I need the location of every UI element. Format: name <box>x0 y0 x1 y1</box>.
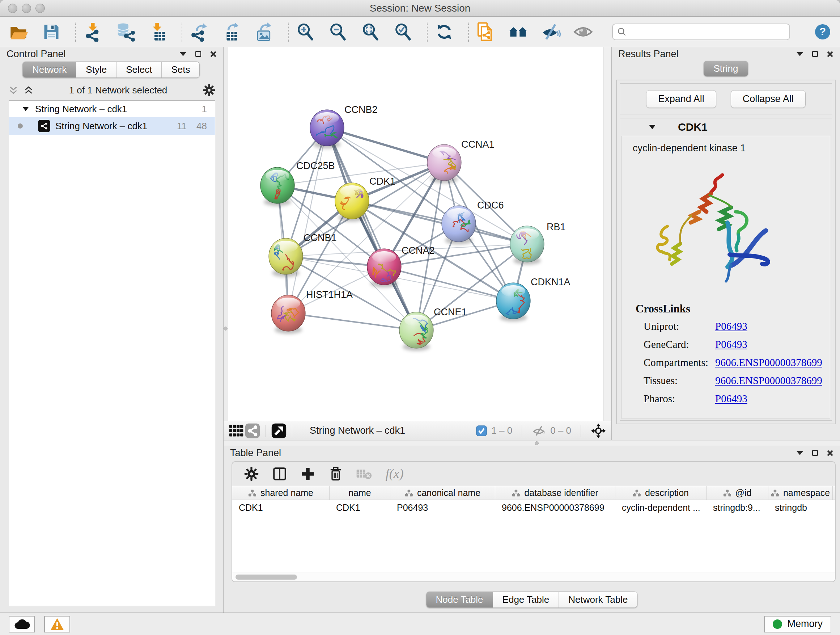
disclosure-triangle-icon[interactable] <box>649 125 655 129</box>
open-session-button[interactable] <box>9 21 29 42</box>
birdseye-view-icon[interactable] <box>271 423 287 439</box>
right-splitter[interactable] <box>603 47 611 421</box>
zoom-in-button[interactable] <box>295 21 316 42</box>
horizontal-splitter[interactable] <box>224 440 840 446</box>
cloud-status-button[interactable] <box>9 616 35 632</box>
tab-select[interactable]: Select <box>117 62 162 78</box>
tab-edge-table[interactable]: Edge Table <box>493 592 559 608</box>
network-row-selected[interactable]: String Network – cdk1 11 48 <box>9 117 215 135</box>
left-splitter[interactable] <box>224 47 228 421</box>
hidden-eye-icon[interactable] <box>531 424 546 437</box>
panel-menu-icon[interactable] <box>796 451 804 455</box>
crosslink-link[interactable]: P06493 <box>715 393 830 405</box>
selected-checkbox-icon[interactable] <box>476 425 487 436</box>
network-node-CDC25B[interactable]: CDC25B <box>261 160 335 206</box>
table-cell[interactable]: stringdb:9... <box>706 500 768 515</box>
disclosure-triangle-icon[interactable] <box>23 107 28 111</box>
network-edge[interactable] <box>384 267 513 301</box>
network-edge[interactable] <box>327 128 444 163</box>
panel-float-icon[interactable] <box>195 51 201 57</box>
window-close-button[interactable] <box>8 4 17 13</box>
panel-float-icon[interactable] <box>812 51 818 57</box>
network-collection-row[interactable]: String Network – cdk1 1 <box>9 101 215 117</box>
warnings-button[interactable] <box>44 616 70 632</box>
show-hidden-button[interactable] <box>573 21 593 42</box>
collapse-all-button[interactable]: Collapse All <box>731 90 806 108</box>
function-builder-icon[interactable]: f(x) <box>385 466 411 482</box>
crosslink-link[interactable]: P06493 <box>715 320 830 333</box>
network-node-CCNB1[interactable]: CCNB1 <box>269 233 337 277</box>
import-table-button[interactable] <box>148 21 168 42</box>
table-cell[interactable]: P06493 <box>390 500 495 515</box>
panel-close-icon[interactable] <box>827 51 834 57</box>
column-header-database-identifier[interactable]: database identifier <box>495 486 615 500</box>
table-hscrollbar[interactable] <box>232 572 835 581</box>
network-edge[interactable] <box>288 128 327 313</box>
toggle-columns-icon[interactable] <box>272 466 287 481</box>
tab-network[interactable]: Network <box>23 62 76 78</box>
crosslink-link[interactable]: 9606.ENSP00000378699 <box>715 375 830 386</box>
tab-sets[interactable]: Sets <box>162 62 199 78</box>
table-cell[interactable]: cyclin-dependent ... <box>615 500 706 515</box>
panel-float-icon[interactable] <box>812 450 818 456</box>
network-node-CDC6[interactable]: CDC6 <box>442 200 504 244</box>
tab-network-table[interactable]: Network Table <box>559 592 637 608</box>
search-input[interactable] <box>630 26 785 37</box>
collapse-tree-icon[interactable] <box>9 86 18 95</box>
zoom-fit-button[interactable] <box>360 21 381 42</box>
zoom-out-button[interactable] <box>328 21 348 42</box>
welcome-screen-button[interactable] <box>508 21 528 42</box>
network-node-CCNA1[interactable]: CCNA1 <box>427 139 494 183</box>
column-header-namespace[interactable]: namespace <box>768 486 833 500</box>
share-network-icon[interactable] <box>245 423 261 439</box>
help-button[interactable]: ? <box>814 23 831 41</box>
scrollbar-thumb[interactable] <box>235 575 297 580</box>
column-header-description[interactable]: description <box>615 486 706 500</box>
results-tab-string[interactable]: String <box>704 61 748 76</box>
expand-all-button[interactable]: Expand All <box>646 90 716 108</box>
grid-mode-icon[interactable] <box>229 423 245 439</box>
column-header-shared-name[interactable]: shared name <box>232 486 330 500</box>
network-canvas[interactable]: CCNB2CCNA1CDC25BCDK1CDC6RB1CCNB1CCNA2CDK… <box>228 47 603 421</box>
column-header-canonical-name[interactable]: canonical name <box>390 486 495 500</box>
center-view-icon[interactable] <box>591 423 606 439</box>
memory-button[interactable]: Memory <box>764 616 831 632</box>
table-row[interactable]: CDK1CDK1P064939606.ENSP00000378699cyclin… <box>232 500 835 515</box>
panel-menu-icon[interactable] <box>796 52 804 57</box>
save-session-button[interactable] <box>41 21 62 42</box>
node-result-header[interactable]: CDK1 <box>620 119 832 136</box>
gear-icon[interactable] <box>203 84 215 96</box>
expand-tree-icon[interactable] <box>24 86 33 95</box>
export-network-button[interactable] <box>189 21 209 42</box>
table-cell[interactable]: CDK1 <box>232 500 330 515</box>
import-network-from-database-button[interactable] <box>115 21 135 42</box>
network-node-CDKN1A[interactable]: CDKN1A <box>496 277 570 321</box>
import-network-button[interactable] <box>82 21 103 42</box>
tab-style[interactable]: Style <box>76 62 117 78</box>
refresh-button[interactable] <box>434 21 454 42</box>
table-cell[interactable]: stringdb <box>768 500 833 515</box>
window-minimize-button[interactable] <box>22 4 31 13</box>
zoom-selected-button[interactable] <box>393 21 413 42</box>
table-cell[interactable]: CDK1 <box>330 500 390 515</box>
duplicate-network-button[interactable] <box>475 21 496 42</box>
network-node-CCNB2[interactable]: CCNB2 <box>310 104 378 149</box>
export-table-button[interactable] <box>221 21 242 42</box>
network-edge[interactable] <box>288 313 416 330</box>
crosslink-link[interactable]: P06493 <box>715 339 830 350</box>
panel-close-icon[interactable] <box>827 450 834 456</box>
panel-menu-icon[interactable] <box>180 52 187 57</box>
network-node-RB1[interactable]: RB1 <box>510 222 566 264</box>
add-column-icon[interactable] <box>300 466 316 481</box>
trash-icon[interactable] <box>328 466 343 481</box>
column-header-name[interactable]: name <box>330 486 390 500</box>
crosslink-link[interactable]: 9606.ENSP00000378699 <box>715 356 830 369</box>
delete-table-icon[interactable] <box>356 467 372 480</box>
column-header-@id[interactable]: @id <box>706 486 768 500</box>
tab-node-table[interactable]: Node Table <box>426 592 493 608</box>
table-cell[interactable]: 9606.ENSP00000378699 <box>495 500 615 515</box>
network-node-HIST1H1A[interactable]: HIST1H1A <box>271 289 353 334</box>
export-image-button[interactable] <box>254 21 274 42</box>
panel-close-icon[interactable] <box>210 51 217 57</box>
window-zoom-button[interactable] <box>35 4 45 13</box>
